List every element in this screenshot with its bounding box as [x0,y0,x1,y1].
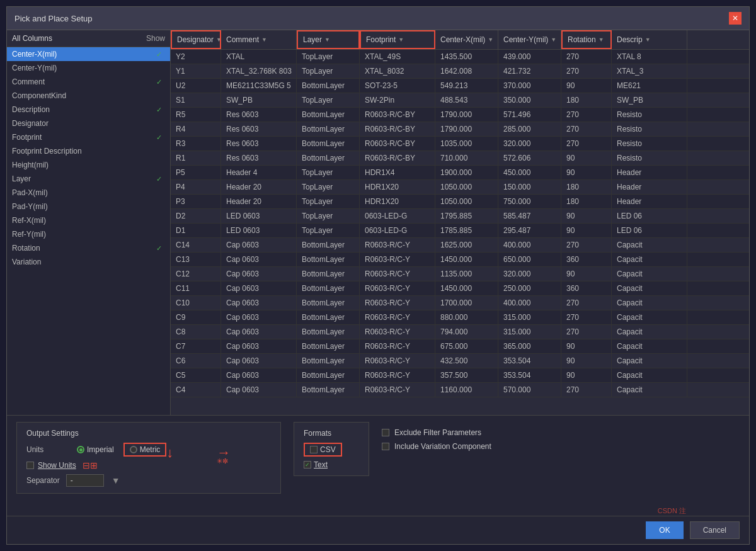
td-designator-5: R4 [171,122,221,136]
col-check-mark-2 [156,77,162,86]
td-centerx-13: 1625.000 [435,238,498,252]
csv-checkbox[interactable] [310,446,318,453]
table-row-15[interactable]: C12 Cap 0603 BottomLayer R0603-R/C-Y 113… [171,267,749,281]
table-row-0[interactable]: Y2 XTAL TopLayer XTAL_49S 1435.500 439.0… [171,50,749,64]
col-item-0[interactable]: Center-X(mil) [7,47,170,61]
col-item-8[interactable]: Height(mil) [7,158,170,172]
th-centery[interactable]: Center-Y(mil) ▼ [498,30,561,49]
exclude-filter-label: Exclude Filter Parameters [394,428,481,437]
table-row-18[interactable]: C9 Cap 0603 BottomLayer R0603-R/C-Y 880.… [171,310,749,325]
radio-imperial[interactable]: Imperial [77,445,114,454]
th-rotation[interactable]: Rotation ▼ [561,30,612,49]
table-row-3[interactable]: S1 SW_PB TopLayer SW-2Pin 488.543 350.00… [171,93,749,108]
table-row-20[interactable]: C7 Cap 0603 BottomLayer R0603-R/C-Y 675.… [171,339,749,354]
td-centery-2: 370.000 [498,79,561,93]
th-footprint[interactable]: Footprint ▼ [360,30,435,49]
table-row-17[interactable]: C10 Cap 0603 BottomLayer R0603-R/C-Y 170… [171,296,749,310]
col-item-12[interactable]: Ref-X(mil) [7,213,170,227]
th-descrip[interactable]: Descrip ▼ [612,30,687,49]
exclude-filter-checkbox[interactable] [382,429,389,436]
radio-metric[interactable]: Metric [123,443,167,457]
col-item-7[interactable]: Footprint Description [7,144,170,158]
th-layer[interactable]: Layer ▼ [297,30,360,49]
col-item-9[interactable]: Layer [7,172,170,186]
sort-icon-comment: ▼ [261,37,267,43]
ok-button[interactable]: OK [646,521,683,539]
col-item-14[interactable]: Rotation [7,241,170,255]
td-layer-20: BottomLayer [297,339,360,353]
table-row-22[interactable]: C5 Cap 0603 BottomLayer R0603-R/C-Y 357.… [171,368,749,383]
close-button[interactable]: ✕ [729,12,742,25]
table-row-2[interactable]: U2 ME6211C33M5G 5 BottomLayer SOT-23-5 5… [171,79,749,93]
table-row-6[interactable]: R3 Res 0603 BottomLayer R0603-R/C-BY 103… [171,137,749,151]
td-rotation-16: 360 [561,281,612,295]
col-item-6[interactable]: Footprint [7,130,170,144]
col-item-15[interactable]: Variation [7,255,170,269]
col-name-6: Footprint [12,133,42,142]
td-descrip-9: Header [612,180,687,194]
table-row-16[interactable]: C11 Cap 0603 BottomLayer R0603-R/C-Y 145… [171,281,749,296]
include-variation-row: Include Variation Component [382,442,491,451]
td-descrip-1: XTAL_3 [612,64,687,78]
col-item-2[interactable]: Comment [7,75,170,89]
table-row-8[interactable]: P5 Header 4 TopLayer HDR1X4 1900.000 450… [171,166,749,180]
text-row: Text [304,460,359,469]
td-designator-8: P5 [171,166,221,179]
td-footprint-2: SOT-23-5 [360,79,435,93]
col-check-mark-0 [156,50,162,59]
td-descrip-12: LED 06 [612,224,687,237]
td-designator-16: C11 [171,281,221,295]
exclude-filter-row: Exclude Filter Parameters [382,428,491,437]
table-row-13[interactable]: C14 Cap 0603 BottomLayer R0603-R/C-Y 162… [171,238,749,253]
table-row-19[interactable]: C8 Cap 0603 BottomLayer R0603-R/C-Y 794.… [171,325,749,339]
col-name-15: Variation [12,258,41,266]
text-checkbox[interactable] [304,461,311,469]
table-row-21[interactable]: C6 Cap 0603 BottomLayer R0603-R/C-Y 432.… [171,354,749,368]
td-footprint-16: R0603-R/C-Y [360,281,435,295]
td-centerx-1: 1642.008 [435,64,498,78]
td-descrip-0: XTAL 8 [612,50,687,64]
separator-dropdown-icon: ▼ [112,475,120,486]
col-item-11[interactable]: Pad-Y(mil) [7,200,170,213]
include-variation-checkbox[interactable] [382,443,389,450]
td-comment-23: Cap 0603 [221,383,297,397]
th-designator[interactable]: Designator ▼ [171,30,221,49]
td-designator-3: S1 [171,93,221,107]
td-centery-1: 421.732 [498,64,561,78]
col-item-3[interactable]: ComponentKind [7,89,170,103]
col-item-13[interactable]: Ref-Y(mil) [7,227,170,241]
snowflake-icon: ✳✼ [217,457,228,465]
table-row-14[interactable]: C13 Cap 0603 BottomLayer R0603-R/C-Y 145… [171,253,749,267]
td-rotation-1: 270 [561,64,612,78]
td-descrip-13: Capacit [612,238,687,252]
cancel-button[interactable]: Cancel [690,521,740,539]
table-row-7[interactable]: R1 Res 0603 BottomLayer R0603-R/C-BY 710… [171,151,749,166]
table-row-10[interactable]: P3 Header 20 TopLayer HDR1X20 1050.000 7… [171,195,749,209]
radio-group: Imperial Metric [77,443,166,457]
main-content: All Columns Show Center-X(mil) Center-Y(… [7,30,749,415]
table-row-9[interactable]: P4 Header 20 TopLayer HDR1X20 1050.000 1… [171,180,749,195]
separator-input[interactable] [66,474,104,487]
table-row-5[interactable]: R4 Res 0603 BottomLayer R0603-R/C-BY 179… [171,122,749,137]
col-item-10[interactable]: Pad-X(mil) [7,186,170,200]
col-item-1[interactable]: Center-Y(mil) [7,61,170,75]
col-name-4: Description [12,105,50,114]
td-designator-1: Y1 [171,64,221,78]
th-comment[interactable]: Comment ▼ [221,30,297,49]
show-units-checkbox[interactable] [26,462,34,469]
td-descrip-16: Capacit [612,281,687,295]
col-item-4[interactable]: Description [7,103,170,116]
table-row-11[interactable]: D2 LED 0603 TopLayer 0603-LED-G 1795.885… [171,209,749,224]
col-item-5[interactable]: Designator [7,116,170,130]
table-row-4[interactable]: R5 Res 0603 BottomLayer R0603-R/C-BY 179… [171,108,749,122]
col-name-8: Height(mil) [12,161,49,169]
table-row-1[interactable]: Y1 XTAL_32.768K 803 TopLayer XTAL_8032 1… [171,64,749,79]
csv-row[interactable]: CSV [304,443,342,457]
td-layer-12: TopLayer [297,224,360,237]
th-centerx[interactable]: Center-X(mil) ▼ [435,30,498,49]
td-centery-12: 295.487 [498,224,561,237]
table-row-23[interactable]: C4 Cap 0603 BottomLayer R0603-R/C-Y 1160… [171,383,749,397]
table-row-12[interactable]: D1 LED 0603 TopLayer 0603-LED-G 1785.885… [171,224,749,238]
td-centerx-20: 675.000 [435,339,498,353]
bottom-row: Output Settings Units Imperial Metric [16,422,740,494]
